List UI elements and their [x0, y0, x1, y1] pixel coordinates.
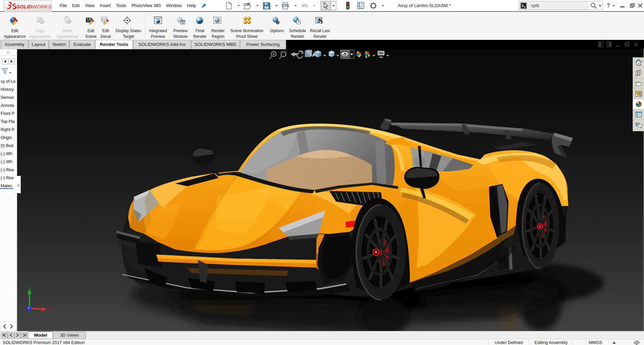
svg-text:?: ?: [607, 3, 610, 8]
svg-text:SOLIDWORKS: SOLIDWORKS: [16, 4, 51, 9]
svg-text:X: X: [48, 307, 51, 312]
svg-text:Y: Y: [28, 283, 31, 288]
svg-text:Z: Z: [22, 306, 25, 312]
